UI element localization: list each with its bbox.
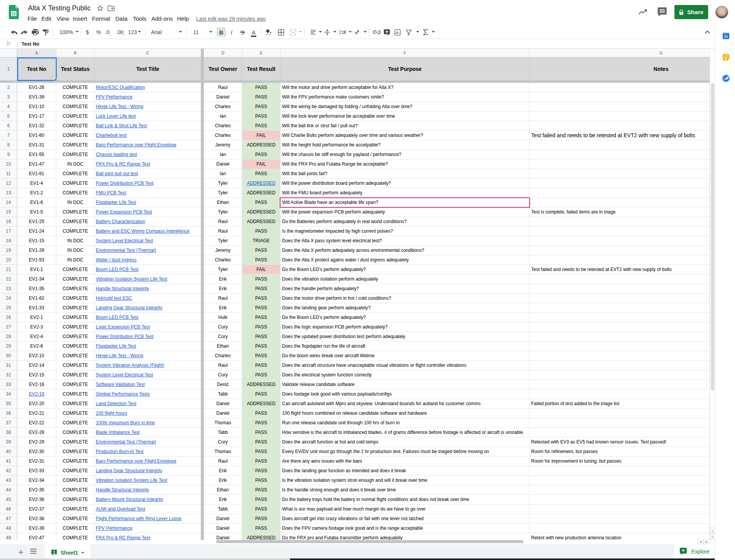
svg-text:31: 31 <box>724 34 728 38</box>
svg-text:1: 1 <box>53 550 55 555</box>
